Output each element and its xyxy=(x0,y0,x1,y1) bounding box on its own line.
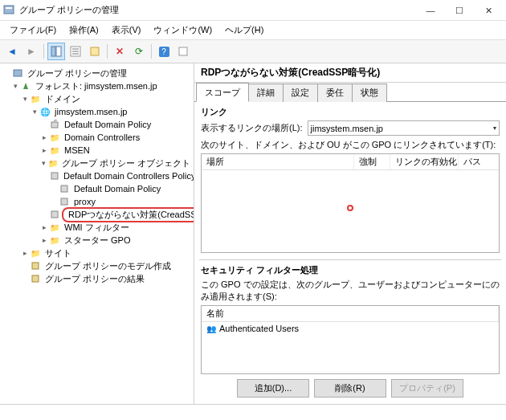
svg-rect-9 xyxy=(179,47,187,55)
tree-proxy[interactable]: proxy xyxy=(72,197,97,206)
folder-icon: 📁 xyxy=(48,158,58,168)
tree-forest[interactable]: フォレスト: jimsystem.msen.jp xyxy=(34,80,159,92)
svg-rect-17 xyxy=(32,275,39,282)
tab-scope[interactable]: スコープ xyxy=(196,83,249,102)
help-button[interactable]: ? xyxy=(155,43,173,60)
tree-wmi[interactable]: WMI フィルター xyxy=(63,222,131,234)
svg-rect-0 xyxy=(4,6,14,14)
gpo-icon xyxy=(59,184,70,194)
link-loc-label: 表示するリンクの場所(L): xyxy=(201,122,303,134)
back-button[interactable]: ◄ xyxy=(3,43,21,60)
svg-rect-8 xyxy=(91,47,99,55)
forest-icon xyxy=(20,81,31,91)
menu-view[interactable]: 表示(V) xyxy=(107,22,146,38)
col-path[interactable]: パス xyxy=(459,154,500,169)
twist-icon[interactable]: ▸ xyxy=(40,236,49,244)
security-note: この GPO での設定は、次のグループ、ユーザーおよびコンピューターにのみ適用さ… xyxy=(201,279,500,303)
scope-pane-button[interactable] xyxy=(47,43,65,60)
content-title: RDPつながらない対策(CreadSSP暗号化) xyxy=(194,63,506,83)
users-icon: 👥 xyxy=(206,324,216,333)
col-force[interactable]: 強制 xyxy=(354,154,390,169)
svg-rect-2 xyxy=(51,47,55,56)
svg-rect-15 xyxy=(51,211,58,218)
console-tree-button[interactable] xyxy=(67,43,84,60)
link-loc-value: jimsystem.msen.jp xyxy=(311,124,383,133)
tree-sites[interactable]: サイト xyxy=(43,247,73,259)
gpo-icon xyxy=(59,197,70,206)
window-title: グループ ポリシーの管理 xyxy=(19,4,416,16)
twist-icon[interactable]: ▸ xyxy=(40,223,49,231)
svg-rect-1 xyxy=(6,7,12,9)
twist-icon[interactable]: ▸ xyxy=(21,249,30,257)
menu-help[interactable]: ヘルプ(H) xyxy=(220,22,268,38)
svg-rect-14 xyxy=(61,198,67,205)
col-name[interactable]: 名前 xyxy=(202,306,499,321)
statusbar xyxy=(0,404,506,420)
results-icon xyxy=(30,274,41,283)
maximize-button[interactable]: ☐ xyxy=(445,2,474,19)
gpo-link-icon xyxy=(49,120,60,129)
gpo-icon xyxy=(50,210,59,219)
tree-ddcp[interactable]: Default Domain Controllers Policy xyxy=(62,171,194,181)
options-button[interactable] xyxy=(174,43,192,60)
ou-icon: 📁 xyxy=(49,133,60,142)
tab-delegation[interactable]: 委任 xyxy=(317,84,353,102)
tree-msen[interactable]: MSEN xyxy=(63,145,92,155)
ou-icon: 📁 xyxy=(49,145,60,155)
list-item[interactable]: 👥 Authenticated Users xyxy=(202,322,499,335)
folder-icon: 📁 xyxy=(30,94,41,104)
tab-details[interactable]: 詳細 xyxy=(248,84,284,102)
forward-button[interactable]: ► xyxy=(22,43,40,60)
content-pane: RDPつながらない対策(CreadSSP暗号化) スコープ 詳細 設定 委任 状… xyxy=(194,63,506,404)
tree-dc[interactable]: Domain Controllers xyxy=(63,133,141,142)
root-icon xyxy=(12,68,23,78)
col-location[interactable]: 場所 xyxy=(202,154,354,169)
tree-root[interactable]: グループ ポリシーの管理 xyxy=(26,67,129,80)
tree-rdp[interactable]: RDPつながらない対策(CreadSSP暗号化) xyxy=(62,207,194,222)
twist-icon[interactable]: ▸ xyxy=(40,146,49,154)
twist-icon[interactable]: ▾ xyxy=(40,159,48,167)
tree-domains[interactable]: ドメイン xyxy=(43,93,82,105)
domain-icon: 🌐 xyxy=(39,107,51,116)
svg-rect-11 xyxy=(51,122,58,128)
toolbar: ◄ ► ✕ ⟳ ? xyxy=(0,40,506,63)
tab-status[interactable]: 状態 xyxy=(352,84,387,102)
security-listbox[interactable]: 名前 👥 Authenticated Users xyxy=(201,305,500,374)
authenticated-users: Authenticated Users xyxy=(219,324,299,333)
detail-button[interactable] xyxy=(86,43,104,60)
tree-gpo-folder[interactable]: グループ ポリシー オブジェクト xyxy=(60,157,192,169)
link-listbox[interactable]: 場所 強制 リンクの有効化 パス xyxy=(201,153,500,253)
menu-file[interactable]: ファイル(F) xyxy=(5,22,61,38)
tree-domain[interactable]: jimsystem.msen.jp xyxy=(53,107,129,116)
refresh-button[interactable]: ⟳ xyxy=(130,43,148,60)
tab-settings[interactable]: 設定 xyxy=(283,84,318,102)
svg-rect-12 xyxy=(51,173,58,179)
twist-icon[interactable]: ▾ xyxy=(21,95,30,103)
twist-icon[interactable]: ▸ xyxy=(40,133,49,141)
col-enable[interactable]: リンクの有効化 xyxy=(390,154,459,169)
twist-icon[interactable]: ▾ xyxy=(11,82,20,90)
menu-window[interactable]: ウィンドウ(W) xyxy=(149,22,217,38)
svg-rect-16 xyxy=(32,263,39,269)
gpo-icon xyxy=(50,171,59,181)
tree-ddp[interactable]: Default Domain Policy xyxy=(63,120,153,129)
menu-action[interactable]: 操作(A) xyxy=(64,22,104,38)
folder-icon: 📁 xyxy=(49,235,60,245)
delete-button[interactable]: ✕ xyxy=(111,43,129,60)
folder-icon: 📁 xyxy=(49,222,60,232)
twist-icon[interactable]: ▾ xyxy=(31,108,39,116)
modeling-icon xyxy=(30,261,41,271)
console-tree[interactable]: グループ ポリシーの管理 ▾フォレスト: jimsystem.msen.jp ▾… xyxy=(2,65,194,287)
tree-ddp2[interactable]: Default Domain Policy xyxy=(72,184,162,194)
tree-results[interactable]: グループ ポリシーの結果 xyxy=(43,273,146,285)
minimize-button[interactable]: ― xyxy=(416,2,445,19)
tree-modeling[interactable]: グループ ポリシーのモデル作成 xyxy=(43,260,173,272)
tree-starter[interactable]: スターター GPO xyxy=(63,234,133,247)
link-note: 次のサイト、ドメイン、および OU がこの GPO にリンクされています(T): xyxy=(201,139,500,151)
link-location-combo[interactable]: jimsystem.msen.jp ▾ xyxy=(308,120,500,136)
add-button[interactable]: 追加(D)... xyxy=(237,379,309,398)
remove-button[interactable]: 削除(R) xyxy=(314,379,386,398)
tabs: スコープ 詳細 設定 委任 状態 xyxy=(194,83,506,102)
chevron-down-icon: ▾ xyxy=(493,124,496,132)
close-button[interactable]: ✕ xyxy=(474,2,503,19)
